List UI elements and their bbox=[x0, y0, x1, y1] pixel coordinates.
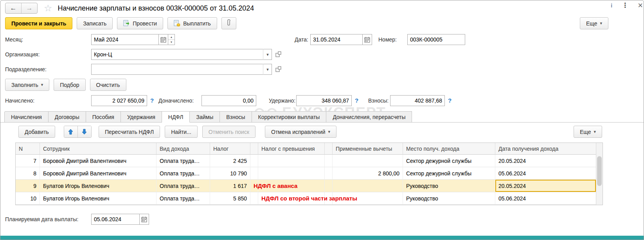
col-excess-tax[interactable]: Налог с превышения bbox=[258, 143, 325, 155]
col-n[interactable]: N bbox=[16, 143, 40, 155]
table-scrollbar[interactable] bbox=[596, 143, 603, 205]
organization-input[interactable] bbox=[91, 49, 272, 60]
accrued-help-icon[interactable]: ? bbox=[150, 95, 154, 106]
cell-tax[interactable]: 1 617 bbox=[210, 180, 250, 192]
accrued-input[interactable] bbox=[91, 95, 147, 106]
cell-deductions[interactable]: 2 800,00 bbox=[333, 167, 403, 180]
planned-date-input[interactable] bbox=[91, 214, 139, 225]
tab-posobiya[interactable]: Пособия bbox=[86, 111, 121, 123]
department-open-icon[interactable] bbox=[275, 66, 282, 73]
recalc-ndfl-button[interactable]: Пересчитать НДФЛ bbox=[99, 126, 160, 138]
table-row[interactable]: 8 Боровой Дмитрий Валентинович Оплата тр… bbox=[16, 167, 596, 180]
cell-income-type[interactable]: Оплата труда… bbox=[157, 167, 210, 180]
more-button-table[interactable]: Еще ▾ bbox=[574, 126, 602, 138]
organization-dropdown-icon[interactable]: ▾ bbox=[263, 49, 272, 60]
planned-date-calendar-icon[interactable] bbox=[139, 214, 149, 225]
month-stepper[interactable]: ▲ ▼ bbox=[168, 34, 175, 45]
cell-income-type[interactable]: Оплата труда… bbox=[157, 192, 210, 205]
cell-date[interactable]: 05.06.2024 bbox=[495, 167, 596, 180]
add-row-button[interactable]: Добавить bbox=[18, 126, 55, 138]
cell-excess-tax[interactable]: НДФЛ с аванса bbox=[258, 180, 325, 192]
info-icon[interactable]: i bbox=[611, 2, 612, 9]
pay-button-label: Выплатить bbox=[183, 20, 211, 27]
cell-employee[interactable]: Булатов Игорь Виленович bbox=[40, 180, 157, 192]
cell-employee[interactable]: Боровой Дмитрий Валентинович bbox=[40, 167, 157, 180]
col-place[interactable]: Место получ. дохода bbox=[403, 143, 495, 155]
month-calendar-icon[interactable] bbox=[158, 34, 168, 45]
cell-excess-tax[interactable] bbox=[258, 155, 325, 167]
cell-excess-tax[interactable] bbox=[258, 167, 325, 180]
move-up-icon[interactable] bbox=[64, 126, 78, 137]
cell-tax[interactable]: 2 425 bbox=[210, 155, 250, 167]
table-row-selected[interactable]: 9 Булатов Игорь Виленович Оплата труда… … bbox=[16, 180, 596, 192]
withheld-input[interactable] bbox=[296, 95, 352, 106]
tab-nachisleniya[interactable]: Начисления bbox=[4, 111, 49, 123]
cell-date-selected[interactable]: 20.05.2024 bbox=[495, 180, 596, 192]
stepper-down-icon[interactable]: ▼ bbox=[168, 40, 174, 45]
tab-uderzhaniya[interactable]: Удержания bbox=[121, 111, 162, 123]
month-input[interactable] bbox=[91, 34, 158, 45]
fill-button[interactable]: Заполнить ▾ bbox=[5, 79, 49, 91]
department-input[interactable] bbox=[91, 64, 272, 75]
organization-open-icon[interactable] bbox=[275, 51, 282, 58]
more-button-main[interactable]: Еще ▾ bbox=[580, 17, 608, 29]
cancel-fixes-button[interactable]: Отмена исправлений ▾ bbox=[265, 126, 336, 138]
date-input[interactable] bbox=[310, 34, 362, 45]
cell-n[interactable]: 8 bbox=[16, 167, 40, 180]
cell-place[interactable]: Руководство bbox=[403, 192, 495, 205]
stepper-up-icon[interactable]: ▲ bbox=[168, 34, 174, 40]
added-input[interactable] bbox=[201, 95, 256, 106]
cell-excess-tax[interactable]: НДФЛ со второй части зарплаты bbox=[258, 192, 325, 205]
table-row[interactable]: 10 Булатов Игорь Виленович Оплата труда…… bbox=[16, 192, 596, 205]
table-row[interactable]: 7 Боровой Дмитрий Валентинович Оплата тр… bbox=[16, 155, 596, 167]
scrollbar-thumb[interactable] bbox=[597, 156, 602, 186]
find-button[interactable]: Найти... bbox=[165, 126, 198, 138]
tab-vznosy[interactable]: Взносы bbox=[220, 111, 252, 123]
cell-place[interactable]: Сектор дежурной службы bbox=[403, 155, 495, 167]
post-and-close-button[interactable]: Провести и закрыть bbox=[5, 17, 72, 29]
pay-button[interactable]: Выплатить bbox=[167, 17, 217, 29]
cell-date[interactable]: 05.06.2024 bbox=[495, 192, 596, 205]
back-icon[interactable]: ← bbox=[5, 3, 22, 13]
pick-button[interactable]: Подбор bbox=[54, 79, 85, 91]
cell-income-type[interactable]: Оплата труда… bbox=[157, 155, 210, 167]
cell-deductions[interactable] bbox=[333, 155, 403, 167]
cell-employee[interactable]: Булатов Игорь Виленович bbox=[40, 192, 157, 205]
cell-place[interactable]: Руководство bbox=[403, 180, 495, 192]
close-icon[interactable]: × bbox=[638, 2, 643, 9]
cell-deductions[interactable] bbox=[333, 180, 403, 192]
cell-employee[interactable]: Боровой Дмитрий Валентинович bbox=[40, 155, 157, 167]
cell-place[interactable]: Сектор дежурной службы bbox=[403, 167, 495, 180]
kebab-menu-icon[interactable]: ⋮ bbox=[622, 1, 628, 9]
tab-dogovory[interactable]: Договоры bbox=[49, 111, 86, 123]
post-button[interactable]: Провести bbox=[117, 17, 163, 29]
favorite-star-icon[interactable]: ☆ bbox=[44, 4, 52, 13]
move-down-icon[interactable] bbox=[78, 126, 91, 137]
withheld-help-icon[interactable]: ? bbox=[355, 95, 358, 106]
cell-n[interactable]: 9 bbox=[16, 180, 40, 192]
col-deductions[interactable]: Примененные вычеты bbox=[333, 143, 403, 155]
number-input[interactable] bbox=[407, 34, 465, 45]
forward-icon[interactable]: → bbox=[22, 3, 37, 13]
col-tax[interactable]: Налог bbox=[210, 143, 250, 155]
cell-n[interactable]: 7 bbox=[16, 155, 40, 167]
tab-zaymy[interactable]: Займы bbox=[190, 111, 220, 123]
cell-tax[interactable]: 10 790 bbox=[210, 167, 250, 180]
contrib-help-icon[interactable]: ? bbox=[448, 95, 452, 106]
save-button[interactable]: Записать bbox=[77, 17, 113, 29]
cell-income-type[interactable]: Оплата труда… bbox=[157, 180, 210, 192]
col-date[interactable]: Дата получения дохода bbox=[495, 143, 596, 155]
contrib-input[interactable] bbox=[390, 95, 445, 106]
col-income-type[interactable]: Вид дохода bbox=[157, 143, 210, 155]
attachments-button[interactable] bbox=[221, 17, 236, 29]
tab-ndfl[interactable]: НДФЛ bbox=[162, 111, 190, 123]
tab-donachisleniya[interactable]: Доначисления, перерасчеты bbox=[326, 111, 412, 123]
cell-date[interactable]: 20.05.2024 bbox=[495, 155, 596, 167]
department-dropdown-icon[interactable]: ▾ bbox=[263, 64, 272, 75]
clear-button[interactable]: Очистить bbox=[90, 79, 126, 91]
date-calendar-icon[interactable] bbox=[362, 34, 372, 45]
cell-tax[interactable]: 5 850 bbox=[210, 192, 250, 205]
tab-korrektirovki[interactable]: Корректировки выплаты bbox=[252, 111, 327, 123]
cell-n[interactable]: 10 bbox=[16, 192, 40, 205]
col-employee[interactable]: Сотрудник bbox=[40, 143, 157, 155]
